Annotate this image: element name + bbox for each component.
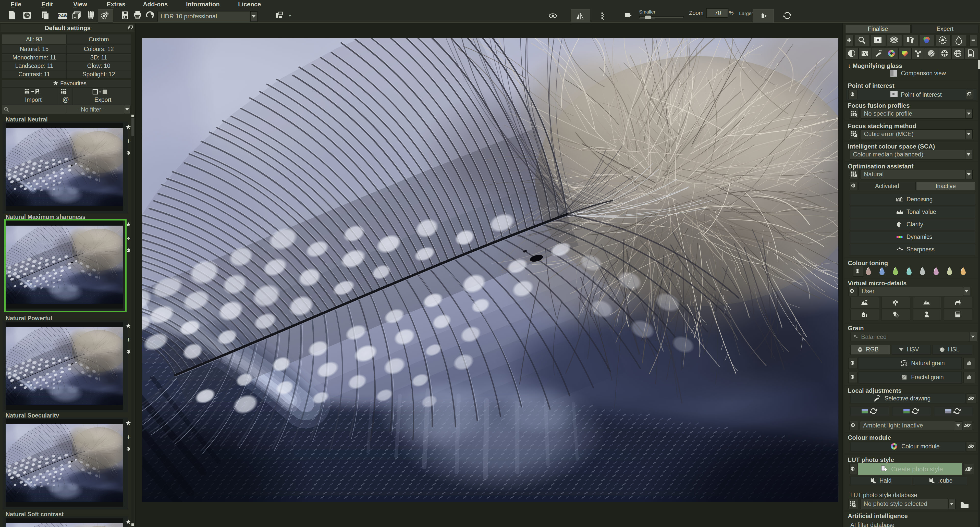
svg-text:RAW: RAW (58, 14, 68, 18)
